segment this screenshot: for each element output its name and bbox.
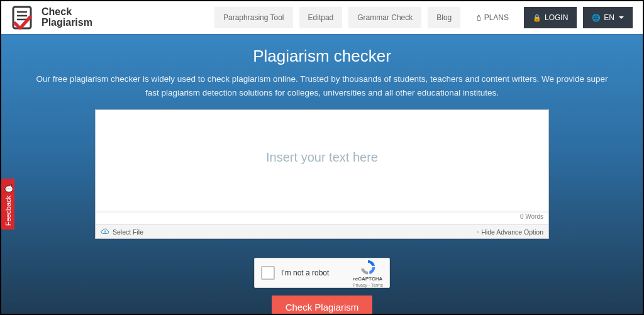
recaptcha: I'm not a robot reCAPTCHA Privacy - Term… <box>254 258 390 288</box>
recaptcha-badge: reCAPTCHA Privacy - Terms <box>353 258 383 287</box>
globe-icon: 🌐 <box>592 14 601 22</box>
select-file-button[interactable]: Select File <box>96 228 148 236</box>
nav-grammar[interactable]: Grammar Check <box>348 7 421 28</box>
tag-icon: 🏷 <box>475 15 482 21</box>
hide-advance-button[interactable]: › Hide Advance Option <box>472 228 548 236</box>
logo-line2: Plagiarism <box>42 18 92 28</box>
editor-toolbar: Select File › Hide Advance Option <box>96 224 548 238</box>
select-file-label: Select File <box>113 228 143 236</box>
cloud-upload-icon <box>101 228 109 236</box>
recaptcha-label: I'm not a robot <box>281 268 329 277</box>
feedback-label: Feedback <box>4 196 12 226</box>
nav: Paraphrasing Tool Editpad Grammar Check … <box>214 7 633 28</box>
logo-text: Check Plagiarism <box>42 7 92 28</box>
logo-line1: Check <box>42 7 92 18</box>
page-title: Plagiarism checker <box>253 47 391 66</box>
logo[interactable]: Check Plagiarism <box>11 6 92 30</box>
nav-plans-label: PLANS <box>484 13 509 22</box>
editor-panel: 0 Words Select File › Hide Advance Optio… <box>95 109 549 239</box>
language-label: EN <box>604 13 614 22</box>
nav-paraphrasing[interactable]: Paraphrasing Tool <box>214 7 293 28</box>
check-plagiarism-button[interactable]: Check Plagiarism <box>272 296 373 315</box>
login-button[interactable]: 🔒 LOGIN <box>524 7 577 28</box>
hero: Plagiarism checker Our free plagiarism c… <box>1 35 643 314</box>
login-label: LOGIN <box>545 13 568 22</box>
recaptcha-brand: reCAPTCHA <box>353 276 383 282</box>
recaptcha-checkbox[interactable] <box>261 266 275 280</box>
recaptcha-terms: Privacy - Terms <box>353 283 383 287</box>
word-count: 0 Words <box>96 213 548 224</box>
logo-icon <box>11 6 35 30</box>
nav-blog[interactable]: Blog <box>428 7 460 28</box>
page-subtitle: Our free plagiarism checker is widely us… <box>33 72 611 99</box>
chevron-right-icon: › <box>477 229 479 235</box>
nav-editpad[interactable]: Editpad <box>299 7 343 28</box>
nav-plans[interactable]: 🏷 PLANS <box>467 7 518 28</box>
recaptcha-icon <box>359 258 377 276</box>
comment-icon: 💬 <box>4 185 12 193</box>
lock-icon: 🔒 <box>533 14 541 22</box>
feedback-tab[interactable]: Feedback 💬 <box>1 179 14 229</box>
language-dropdown[interactable]: 🌐 EN <box>583 7 633 28</box>
chevron-down-icon <box>619 16 624 19</box>
hide-advance-label: Hide Advance Option <box>481 228 543 236</box>
header: Check Plagiarism Paraphrasing Tool Editp… <box>1 1 643 35</box>
text-input[interactable] <box>96 110 548 211</box>
